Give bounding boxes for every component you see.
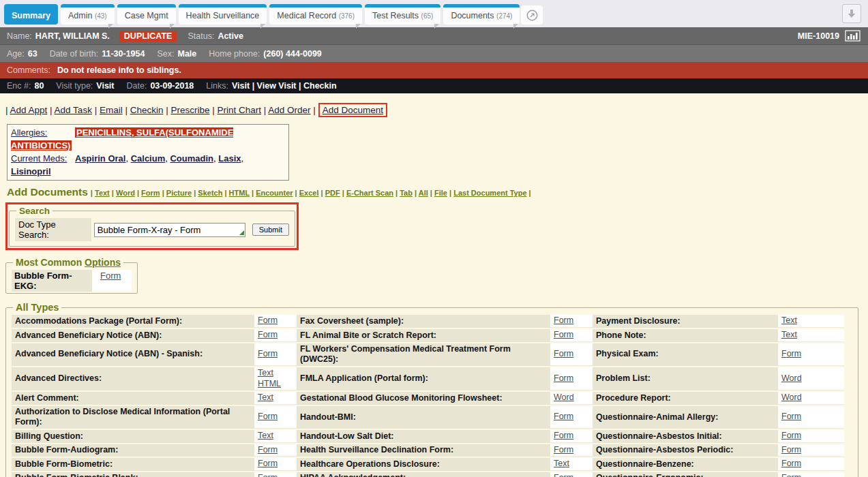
comments-value: Do not release info to siblings. — [57, 65, 181, 75]
tab-summary[interactable]: Summary — [4, 4, 58, 25]
form-link[interactable]: Form — [258, 330, 293, 341]
chart-stats-icon[interactable] — [845, 30, 861, 42]
enc-date-label: Date: — [126, 81, 147, 91]
form-link[interactable]: Form — [554, 316, 589, 326]
tab-label: Test Results — [372, 11, 419, 20]
add-appt-link[interactable]: Add Appt — [10, 105, 48, 115]
external-arrow-icon[interactable] — [526, 10, 538, 21]
form-link[interactable]: Form — [554, 473, 589, 477]
form-link[interactable]: Form — [781, 445, 841, 456]
form-link[interactable]: Form — [554, 412, 589, 422]
enc-link-view-visit[interactable]: View Visit — [257, 81, 297, 91]
doc-type-link-excel[interactable]: Excel — [299, 189, 319, 197]
age-label: Age: — [7, 49, 25, 59]
document-types-table: Accommodations Package (Portal Form):For… — [12, 315, 852, 477]
doc-type-link-picture[interactable]: Picture — [166, 189, 192, 197]
form-link[interactable]: Form — [781, 349, 841, 360]
tab-admin[interactable]: Admin (43) — [61, 4, 115, 25]
add-order-link[interactable]: Add Order — [268, 105, 310, 115]
form-link[interactable]: Form — [554, 373, 589, 384]
allergy-meds-box: Allergies:PENICILLINS, SULFA(SULFONAMIDE… — [7, 124, 289, 181]
html-link[interactable]: HTML — [258, 379, 293, 390]
enc-link-checkin[interactable]: Checkin — [303, 81, 337, 91]
tab-health-surveillance[interactable]: Health Surveillance — [179, 4, 267, 25]
doc-type-link-word[interactable]: Word — [116, 189, 135, 197]
form-link[interactable]: Form — [258, 459, 293, 470]
form-link[interactable]: Form — [554, 330, 589, 341]
form-link[interactable]: Form — [258, 473, 293, 477]
form-link[interactable]: Form — [554, 349, 589, 360]
doc-type-link-cell: Text — [778, 329, 844, 342]
form-link[interactable]: Form — [554, 445, 589, 456]
search-fieldset: Search Doc Type Search: Submit — [9, 206, 295, 247]
word-link[interactable]: Word — [554, 393, 589, 403]
doc-type-link-cell: Form — [550, 367, 593, 390]
text-link[interactable]: Text — [781, 316, 841, 326]
patient-name-bar: Name: HART, WILLIAM S. DUPLICATE Status:… — [0, 27, 868, 45]
submit-button[interactable]: Submit — [252, 224, 289, 236]
doc-type-link-cell: Text — [550, 458, 593, 471]
tab-test-results[interactable]: Test Results (65) — [365, 4, 440, 25]
doc-type-link-form[interactable]: Form — [141, 189, 160, 197]
add-document-link[interactable]: Add Document — [323, 105, 383, 115]
doc-type-label: Procedure Report: — [593, 392, 778, 405]
print-chart-link[interactable]: Print Chart — [218, 105, 262, 115]
add-task-link[interactable]: Add Task — [55, 105, 92, 115]
doc-type-search-input[interactable] — [94, 223, 245, 237]
form-link[interactable]: Form — [258, 445, 293, 456]
doc-type-link-html[interactable]: HTML — [229, 189, 250, 197]
med-link-aspirin-oral[interactable]: Aspirin Oral — [75, 153, 125, 164]
comments-label: Comments: — [7, 65, 50, 75]
form-link[interactable]: Form — [554, 431, 589, 442]
options-link[interactable]: Options — [85, 257, 121, 268]
text-link[interactable]: Text — [258, 431, 293, 442]
most-common-form-link[interactable]: Form — [100, 271, 121, 281]
doc-type-label: Questionnaire-Asbestos Initial: — [593, 430, 778, 443]
doc-type-label: Fax Coversheet (sample): — [297, 315, 550, 328]
tab-label: Case Mgmt — [125, 11, 168, 20]
allergies-link[interactable]: Allergies: — [11, 127, 47, 138]
tab-case-mgmt[interactable]: Case Mgmt — [117, 4, 176, 25]
text-link[interactable]: Text — [554, 459, 589, 470]
form-link[interactable]: Form — [258, 349, 293, 360]
doc-type-link-cell: Form — [778, 444, 844, 457]
med-link-lisinopril[interactable]: Lisinopril — [11, 166, 51, 176]
doc-type-label: FL Animal Bite or Scratch Report: — [297, 329, 550, 342]
form-link[interactable]: Form — [258, 412, 293, 422]
form-link[interactable]: Form — [781, 412, 841, 422]
form-link[interactable]: Form — [781, 459, 841, 470]
med-link-coumadin[interactable]: Coumadin — [170, 153, 213, 164]
email-link[interactable]: Email — [100, 105, 123, 115]
tab-documents[interactable]: Documents (274) — [443, 4, 520, 25]
doc-type-link-file[interactable]: File — [434, 189, 447, 197]
checkin-link[interactable]: Checkin — [130, 105, 164, 115]
doc-type-link-pdf[interactable]: PDF — [325, 189, 340, 197]
enc-link-visit[interactable]: Visit — [232, 81, 250, 91]
med-link-calcium[interactable]: Calcium — [131, 153, 166, 164]
prescribe-link[interactable]: Prescribe — [170, 105, 209, 115]
doc-type-link-text[interactable]: Text — [95, 189, 110, 197]
word-link[interactable]: Word — [781, 393, 841, 403]
doc-type-link-sketch[interactable]: Sketch — [198, 189, 222, 197]
tab-count: (65) — [421, 12, 434, 20]
doc-type-link-e-chart-scan[interactable]: E-Chart Scan — [346, 189, 393, 197]
scroll-down-button[interactable] — [842, 4, 861, 23]
word-link[interactable]: Word — [781, 373, 841, 384]
text-link[interactable]: Text — [258, 368, 293, 379]
current-meds-link[interactable]: Current Meds: — [11, 153, 67, 164]
form-link[interactable]: Form — [781, 431, 841, 442]
tab-medical-record[interactable]: Medical Record (376) — [269, 4, 362, 25]
text-link[interactable]: Text — [781, 330, 841, 341]
doc-type-link-last-document-type[interactable]: Last Document Type — [453, 189, 526, 197]
text-link[interactable]: Text — [258, 393, 293, 403]
doc-type-link-cell: Form — [778, 458, 844, 471]
doc-type-link-encounter[interactable]: Encounter — [256, 189, 293, 197]
doc-type-link-cell: Form — [550, 406, 593, 429]
doc-type-link-tab[interactable]: Tab — [400, 189, 413, 197]
doc-type-link-cell: Form — [254, 444, 297, 457]
form-link[interactable]: Form — [781, 473, 841, 477]
doc-type-link-all[interactable]: All — [419, 189, 428, 197]
med-link-lasix[interactable]: Lasix — [218, 153, 241, 164]
form-link[interactable]: Form — [258, 316, 293, 326]
doc-type-link-cell: Form — [254, 329, 297, 342]
